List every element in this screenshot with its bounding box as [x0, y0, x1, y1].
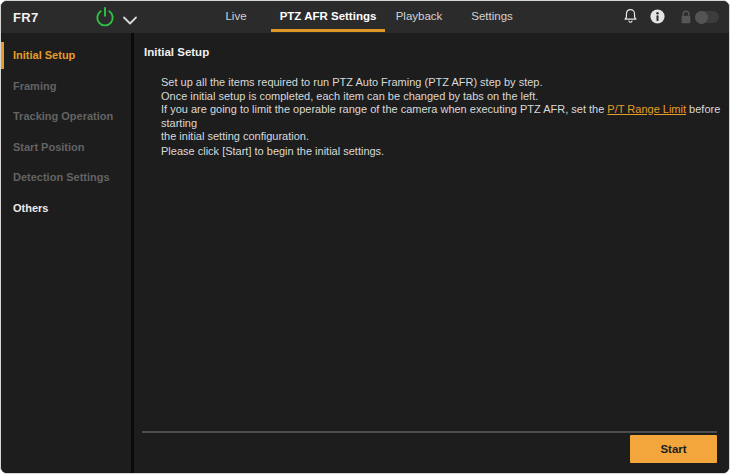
start-prompt: Please click [Start] to begin the initia… — [161, 145, 384, 157]
power-button[interactable] — [94, 6, 116, 28]
page-title: Initial Setup — [144, 46, 209, 58]
tab-settings[interactable]: Settings — [435, 1, 549, 33]
lock-icon — [679, 11, 693, 28]
sidebar-item-framing: Framing — [1, 71, 131, 102]
lock-toggle[interactable] — [695, 11, 719, 23]
sidebar-item-start-position: Start Position — [1, 132, 131, 163]
sidebar-item-others[interactable]: Others — [1, 193, 131, 224]
intro-line-2: Once initial setup is completed, each it… — [161, 90, 729, 104]
chevron-down-icon — [122, 12, 138, 29]
top-bar: FR7 Live PTZ AFR Settings Playback Setti… — [1, 1, 729, 33]
notifications-button[interactable] — [622, 7, 639, 26]
sidebar-item-detection-settings: Detection Settings — [1, 162, 131, 193]
initial-setup-panel: Initial Setup Set up all the items requi… — [134, 33, 729, 473]
toggle-knob — [695, 11, 708, 24]
power-icon — [94, 14, 116, 31]
info-button[interactable] — [649, 8, 666, 25]
bell-icon — [622, 12, 639, 29]
intro-line-1: Set up all the items required to run PTZ… — [161, 76, 729, 90]
sidebar-item-tracking-operation: Tracking Operation — [1, 101, 131, 132]
intro-line-4: the initial setting configuration. — [161, 130, 729, 144]
intro-text: Set up all the items required to run PTZ… — [161, 76, 729, 144]
sidebar-item-initial-setup[interactable]: Initial Setup — [1, 40, 131, 71]
info-icon — [649, 11, 666, 28]
app-window: FR7 Live PTZ AFR Settings Playback Setti… — [0, 0, 730, 474]
device-name: FR7 — [13, 10, 38, 25]
pt-range-limit-link[interactable]: P/T Range Limit — [607, 103, 686, 115]
intro-line-3: If you are going to limit the operable r… — [161, 103, 729, 130]
intro-line-3-before: If you are going to limit the operable r… — [161, 103, 607, 115]
lock-button — [679, 9, 693, 25]
settings-sidebar: Initial Setup Framing Tracking Operation… — [1, 33, 131, 473]
start-button[interactable]: Start — [630, 435, 717, 463]
footer-divider — [142, 431, 717, 433]
camera-menu-expander[interactable] — [122, 12, 140, 24]
